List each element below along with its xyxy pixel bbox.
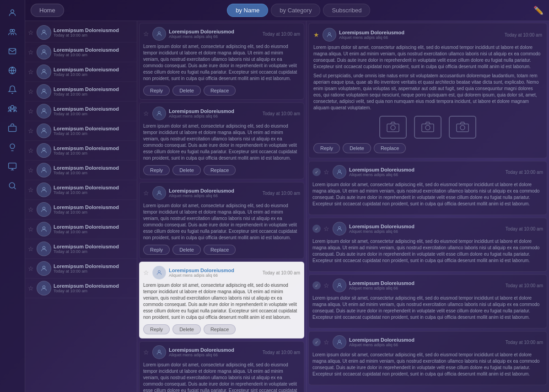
list-item[interactable]: ☆ Loremipsum Doloreiusmod Today at 10:00… xyxy=(25,161,137,180)
sidebar-item-user[interactable] xyxy=(3,4,22,22)
camera-icon-3 xyxy=(449,116,476,139)
avatar xyxy=(37,25,51,40)
replace-button[interactable]: Replace xyxy=(204,245,236,255)
reply-button[interactable]: Reply xyxy=(143,324,170,334)
star-icon[interactable]: ☆ xyxy=(28,166,34,174)
list-item-sub: Today at 10:00 am xyxy=(54,72,134,77)
msg-body: Lorem ipsum dolor sit amet, consectetur … xyxy=(312,295,543,321)
star-icon[interactable]: ☆ xyxy=(28,88,34,95)
msg-name: Loremipsum Doloreiusmod xyxy=(169,268,260,273)
star-icon[interactable]: ☆ xyxy=(28,226,34,233)
list-item[interactable]: ☆ Loremipsum Doloreiusmod Today at 10:00… xyxy=(25,62,137,82)
avatar xyxy=(37,281,51,295)
star-icon[interactable]: ☆ xyxy=(143,189,150,197)
sidebar-item-globe[interactable] xyxy=(3,61,22,80)
svg-point-21 xyxy=(43,227,45,229)
list-item[interactable]: ☆ Loremipsum Doloreiusmod Today at 10:00… xyxy=(25,220,137,239)
svg-point-5 xyxy=(11,106,14,109)
delete-button[interactable]: Delete xyxy=(343,143,371,153)
list-item[interactable]: ☆ Loremipsum Doloreiusmod Today at 10:00… xyxy=(25,279,137,298)
list-item[interactable]: ☆ Loremipsum Doloreiusmod Today at 10:00… xyxy=(25,239,137,259)
star-icon[interactable]: ☆ xyxy=(28,245,34,252)
list-item[interactable]: ☆ Loremipsum Doloreiusmod Today at 10:00… xyxy=(25,23,137,43)
sidebar-item-bell[interactable] xyxy=(3,81,22,99)
msg-time: Today at 10:00 am xyxy=(263,32,300,37)
list-item[interactable]: ☆ Loremipsum Doloreiusmod Today at 10:00… xyxy=(25,102,137,121)
replace-button[interactable]: Replace xyxy=(374,143,406,153)
svg-point-26 xyxy=(158,111,161,113)
tab-subscribed[interactable]: Subscribed xyxy=(323,4,370,17)
sidebar-item-group[interactable] xyxy=(3,100,22,118)
star-icon[interactable]: ☆ xyxy=(28,147,34,154)
msg-time: Today at 10:00 am xyxy=(506,170,543,175)
delete-button[interactable]: Delete xyxy=(172,86,201,96)
list-item-sub: Today at 10:00 am xyxy=(54,112,134,116)
list-item-sub: Today at 10:00 am xyxy=(54,171,134,175)
star-icon[interactable]: ☆ xyxy=(143,349,150,356)
star-icon[interactable]: ★ xyxy=(313,31,320,38)
list-item[interactable]: ☆ Loremipsum Doloreiusmod Today at 10:00… xyxy=(25,200,137,220)
delete-button[interactable]: Delete xyxy=(172,324,201,334)
sidebar-item-bulb[interactable] xyxy=(3,138,22,156)
list-item-sub: Today at 10:00 am xyxy=(54,33,134,38)
sidebar-item-bag[interactable] xyxy=(3,119,22,137)
sidebar-item-users[interactable] xyxy=(3,23,22,41)
svg-point-2 xyxy=(12,29,15,32)
replace-button[interactable]: Replace xyxy=(204,86,236,96)
star-icon[interactable]: ☆ xyxy=(28,206,34,213)
star-icon[interactable]: ☆ xyxy=(323,168,330,176)
reply-button[interactable]: Reply xyxy=(143,86,170,96)
star-icon[interactable]: ☆ xyxy=(323,225,330,232)
list-item[interactable]: ☆ Loremipsum Doloreiusmod Today at 10:00… xyxy=(25,141,137,161)
star-icon[interactable]: ☆ xyxy=(28,265,34,272)
col-left: ☆ Loremipsum Doloreiusmod Today at 10:00… xyxy=(25,21,137,392)
star-icon[interactable]: ☆ xyxy=(323,282,330,289)
sidebar-item-search[interactable] xyxy=(3,177,22,195)
tab-by-category[interactable]: by Category xyxy=(271,4,320,17)
msg-card-1: ☆ Loremipsum Doloreiusmod Aliquet mens a… xyxy=(139,23,304,100)
tab-home[interactable]: Home xyxy=(31,4,64,17)
star-icon[interactable]: ☆ xyxy=(28,107,34,115)
reply-button[interactable]: Reply xyxy=(143,245,170,255)
svg-point-41 xyxy=(339,340,341,342)
check-icon: ✓ xyxy=(312,338,321,346)
reply-button[interactable]: Reply xyxy=(143,165,170,175)
star-icon[interactable]: ☆ xyxy=(28,48,34,56)
list-item[interactable]: ☆ Loremipsum Doloreiusmod Today at 10:00… xyxy=(25,259,137,279)
replace-button[interactable]: Replace xyxy=(204,165,236,175)
col-mid: ☆ Loremipsum Doloreiusmod Aliquet mens a… xyxy=(137,21,307,392)
msg-card-3: ☆ Loremipsum Doloreiusmod Aliquet mens a… xyxy=(139,182,304,259)
star-icon[interactable]: ☆ xyxy=(28,285,34,292)
list-item[interactable]: ☆ Loremipsum Doloreiusmod Today at 10:00… xyxy=(25,43,137,62)
star-icon[interactable]: ☆ xyxy=(28,68,34,75)
list-item[interactable]: ☆ Loremipsum Doloreiusmod Today at 10:00… xyxy=(25,121,137,141)
msg-card-5: ☆ Loremipsum Doloreiusmod Aliquet mens a… xyxy=(139,341,304,392)
reply-button[interactable]: Reply xyxy=(313,143,340,153)
star-icon[interactable]: ☆ xyxy=(323,338,330,346)
msg-sub: Aliquet mens adipis aliq 66 xyxy=(169,34,260,39)
msg-actions: Reply Delete Replace xyxy=(143,86,300,96)
tab-by-name[interactable]: by Name xyxy=(227,4,268,17)
star-icon[interactable]: ☆ xyxy=(143,269,150,276)
star-icon[interactable]: ☆ xyxy=(28,29,34,36)
delete-button[interactable]: Delete xyxy=(172,245,201,255)
star-icon[interactable]: ☆ xyxy=(143,30,150,38)
delete-button[interactable]: Delete xyxy=(172,165,201,175)
edit-icon[interactable]: ✏️ xyxy=(533,5,544,16)
msg-avatar xyxy=(333,165,346,179)
replace-button[interactable]: Replace xyxy=(204,324,236,334)
star-icon[interactable]: ☆ xyxy=(28,127,34,134)
msg-avatar xyxy=(152,107,166,120)
svg-point-12 xyxy=(43,50,45,52)
list-item[interactable]: ☆ Loremipsum Doloreiusmod Today at 10:00… xyxy=(25,180,137,200)
star-icon[interactable]: ☆ xyxy=(28,186,34,193)
sidebar-item-mail[interactable] xyxy=(3,42,22,60)
list-item[interactable]: ☆ Loremipsum Doloreiusmod Today at 10:00… xyxy=(25,82,137,102)
msg-name: Loremipsum Doloreiusmod xyxy=(169,347,260,353)
msg-time: Today at 10:00 am xyxy=(263,191,300,196)
msg-name: Loremipsum Doloreiusmod xyxy=(349,224,503,229)
star-icon[interactable]: ☆ xyxy=(143,110,150,117)
sidebar-item-monitor[interactable] xyxy=(3,157,22,176)
col-right: ★ Loremipsum Doloreiusmod Aliquet mens a… xyxy=(307,21,549,392)
svg-point-38 xyxy=(339,170,341,172)
